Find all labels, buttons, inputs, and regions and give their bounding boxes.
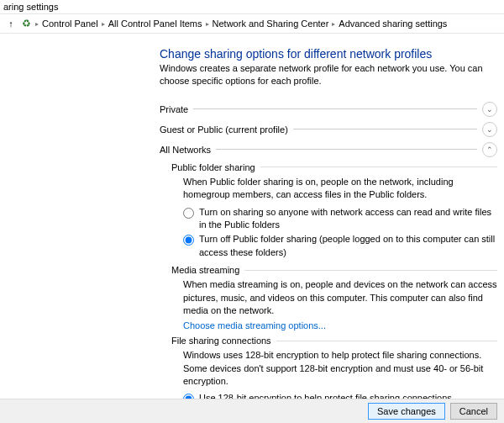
section-guest[interactable]: Guest or Public (current profile) ⌄ <box>160 122 497 137</box>
subsection-public-folder: Public folder sharing <box>171 162 497 172</box>
radio-label: Turn off Public folder sharing (people l… <box>199 233 497 259</box>
window-title: aring settings <box>0 0 504 14</box>
chevron-right-icon: ▸ <box>35 20 39 28</box>
breadcrumb-item[interactable]: All Control Panel Items <box>108 19 202 29</box>
cancel-button[interactable]: Cancel <box>450 403 497 420</box>
subsection-description: When media streaming is on, people and d… <box>183 278 497 317</box>
subsection-label: File sharing connections <box>171 336 271 346</box>
section-all-networks[interactable]: All Networks ⌃ <box>160 142 497 157</box>
divider <box>216 149 477 150</box>
radio-public-on[interactable]: Turn on sharing so anyone with network a… <box>183 205 497 233</box>
breadcrumb-item[interactable]: Advanced sharing settings <box>339 19 447 29</box>
chevron-right-icon: ▸ <box>102 20 105 28</box>
breadcrumb-item[interactable]: Network and Sharing Center <box>213 19 329 29</box>
subsection-description: Windows uses 128-bit encryption to help … <box>183 349 497 388</box>
chevron-right-icon: ▸ <box>332 20 335 28</box>
page-subtitle: Windows creates a separate network profi… <box>160 62 497 97</box>
chevron-down-icon[interactable]: ⌄ <box>482 102 497 117</box>
page-title: Change sharing options for different net… <box>160 42 497 62</box>
section-label: Guest or Public (current profile) <box>160 124 288 135</box>
breadcrumb-item[interactable]: Control Panel <box>42 19 98 29</box>
public-folder-options: Turn on sharing so anyone with network a… <box>183 205 497 261</box>
back-icon[interactable]: ↑ <box>5 18 17 29</box>
main-content: Change sharing options for different net… <box>0 34 504 423</box>
chevron-down-icon[interactable]: ⌄ <box>482 122 497 137</box>
footer: Save changes Cancel <box>0 399 504 423</box>
chevron-up-icon[interactable]: ⌃ <box>482 142 497 157</box>
radio-label: Turn on sharing so anyone with network a… <box>199 206 497 232</box>
subsection-label: Public folder sharing <box>171 162 255 172</box>
subsection-media: Media streaming <box>171 265 497 275</box>
media-streaming-link[interactable]: Choose media streaming options... <box>183 320 497 330</box>
control-panel-icon[interactable] <box>20 18 32 29</box>
section-label: Private <box>160 104 188 114</box>
radio-input[interactable] <box>183 235 194 246</box>
subsection-description: When Public folder sharing is on, people… <box>183 176 497 202</box>
divider <box>293 129 477 130</box>
divider <box>276 341 497 341</box>
divider <box>260 167 497 167</box>
radio-input[interactable] <box>183 208 194 219</box>
breadcrumb: ↑ ▸ Control Panel ▸ All Control Panel It… <box>0 14 504 34</box>
save-button[interactable]: Save changes <box>368 403 445 420</box>
divider <box>193 108 477 109</box>
radio-public-off[interactable]: Turn off Public folder sharing (people l… <box>183 232 497 260</box>
subsection-label: Media streaming <box>171 265 239 275</box>
divider <box>244 270 497 271</box>
section-private[interactable]: Private ⌄ <box>160 102 497 117</box>
chevron-right-icon: ▸ <box>206 20 209 28</box>
subsection-file-connections: File sharing connections <box>171 336 497 346</box>
section-label: All Networks <box>160 145 211 155</box>
